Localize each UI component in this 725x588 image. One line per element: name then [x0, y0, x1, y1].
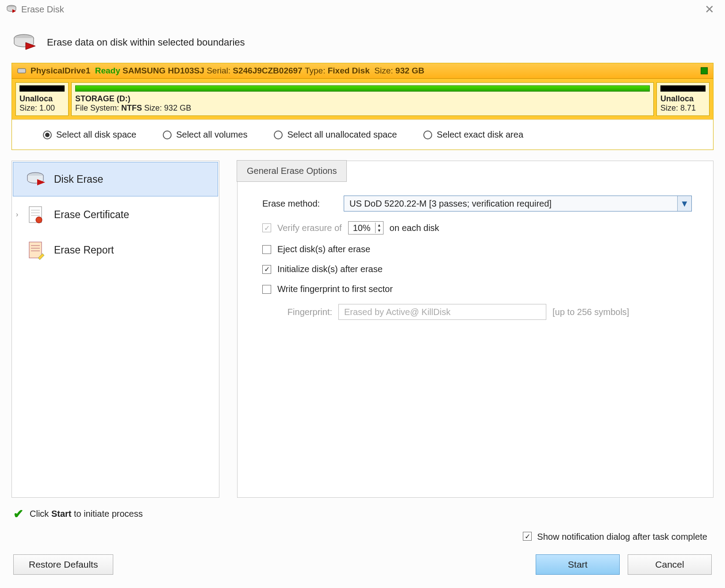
- sidebar-item-label: Disk Erase: [54, 173, 103, 185]
- serial-label: Serial:: [207, 66, 230, 76]
- partition-storage-d[interactable]: STORAGE (D:) File System: NTFS Size: 932…: [71, 82, 654, 116]
- disk-erase-large-icon: [12, 32, 37, 53]
- start-hint: ✔ Click Start to initiate process: [0, 498, 725, 530]
- radio-all-unallocated[interactable]: Select all unallocated space: [274, 130, 397, 140]
- svg-point-11: [36, 217, 42, 223]
- row-initialize: ✓ Initialize disk(s) after erase: [262, 264, 692, 274]
- erase-method-select[interactable]: US DoD 5220.22-M [3 passes; verification…: [344, 196, 692, 211]
- initialize-checkbox[interactable]: ✓: [262, 265, 271, 274]
- radio-icon: [163, 131, 172, 139]
- tab-general-erase-options[interactable]: General Erase Options: [237, 160, 347, 182]
- restore-defaults-button[interactable]: Restore Defaults: [13, 554, 113, 575]
- disk-erase-icon: [26, 169, 47, 189]
- erase-disk-dialog: Erase Disk ✕ Erase data on disk within s…: [0, 0, 725, 588]
- erase-method-value: US DoD 5220.22-M [3 passes; verification…: [344, 199, 677, 209]
- chevron-right-icon: ›: [16, 211, 18, 219]
- partition-bar: [19, 85, 65, 92]
- partition-bar: [75, 85, 650, 92]
- verify-percent-spinner[interactable]: 10% ▲▼: [348, 221, 384, 234]
- disk-icon: [17, 67, 26, 74]
- radio-all-disk-space[interactable]: Select all disk space: [43, 130, 136, 140]
- drive-size: 932 GB: [395, 66, 424, 76]
- partition-unallocated-1[interactable]: Unalloca Size: 1.00: [15, 82, 69, 116]
- partition-size: Size: 8.71: [660, 104, 706, 113]
- drive-serial: S246J9CZB02697: [233, 66, 302, 76]
- initialize-label: Initialize disk(s) after erase: [277, 264, 383, 274]
- verify-checkbox: ✓: [262, 223, 271, 232]
- drive-type: Fixed Disk: [328, 66, 370, 76]
- certificate-icon: [26, 205, 47, 224]
- eject-label: Eject disk(s) after erase: [277, 244, 370, 254]
- row-erase-method: Erase method: US DoD 5220.22-M [3 passes…: [262, 196, 692, 211]
- start-button[interactable]: Start: [536, 554, 620, 575]
- options-body: Erase method: US DoD 5220.22-M [3 passes…: [238, 161, 713, 343]
- verify-tail: on each disk: [390, 223, 439, 233]
- partition-name: Unalloca: [660, 94, 706, 104]
- notify-row: ✓ Show notification dialog after task co…: [0, 530, 725, 550]
- button-row: Restore Defaults Start Cancel: [0, 550, 725, 588]
- radio-icon: [43, 131, 52, 139]
- sidebar-item-erase-report[interactable]: Erase Report: [13, 233, 218, 267]
- titlebar: Erase Disk ✕: [0, 0, 725, 19]
- svg-rect-12: [29, 242, 42, 258]
- partition-size: Size: 1.00: [19, 104, 65, 113]
- eject-checkbox[interactable]: [262, 245, 271, 254]
- radio-icon: [423, 131, 432, 139]
- fingerprint-checkbox[interactable]: [262, 285, 271, 294]
- checkmark-icon: ✔: [13, 507, 23, 521]
- selection-mode-row: Select all disk space Select all volumes…: [12, 119, 713, 150]
- sidebar: Disk Erase › Erase Certificate Erase Rep…: [12, 161, 219, 498]
- disk-erase-icon: [6, 4, 17, 15]
- fingerprint-input[interactable]: Erased by Active@ KillDisk: [338, 304, 546, 320]
- drive-status: Ready: [95, 66, 120, 76]
- sidebar-item-label: Erase Certificate: [54, 209, 129, 221]
- sidebar-item-label: Erase Report: [54, 244, 114, 256]
- partition-bar: [660, 85, 706, 92]
- fingerprint-label: Write fingerprint to first sector: [277, 284, 393, 294]
- partition-name: STORAGE (D:): [75, 94, 650, 104]
- chevron-down-icon: ▼: [677, 196, 691, 211]
- fingerprint-hint: [up to 256 symbols]: [552, 307, 629, 317]
- subtitle-row: Erase data on disk within selected bound…: [0, 19, 725, 63]
- row-fingerprint: Write fingerprint to first sector: [262, 284, 692, 294]
- partition-details: File System: NTFS Size: 932 GB: [75, 104, 650, 113]
- fingerprint-field-label: Fingerprint:: [275, 307, 332, 317]
- partition-map: Unalloca Size: 1.00 STORAGE (D:) File Sy…: [12, 79, 713, 119]
- hint-text: Click Start to initiate process: [30, 509, 143, 519]
- drive-panel: PhysicalDrive1 Ready SAMSUNG HD103SJ Ser…: [12, 63, 713, 150]
- options-panel: General Erase Options Erase method: US D…: [237, 161, 713, 498]
- close-button[interactable]: ✕: [700, 1, 719, 18]
- drive-indicator-icon: [701, 67, 708, 74]
- radio-exact-area[interactable]: Select exact disk area: [423, 130, 523, 140]
- partition-name: Unalloca: [19, 94, 65, 104]
- drive-name: PhysicalDrive1: [31, 66, 90, 76]
- verify-percent-value: 10%: [349, 223, 375, 233]
- subtitle-text: Erase data on disk within selected bound…: [47, 37, 245, 48]
- cancel-button[interactable]: Cancel: [628, 554, 712, 575]
- partition-unallocated-2[interactable]: Unalloca Size: 8.71: [656, 82, 710, 116]
- spinner-buttons: ▲▼: [375, 223, 383, 233]
- row-eject: Eject disk(s) after erase: [262, 244, 692, 254]
- erase-method-label: Erase method:: [262, 199, 338, 209]
- row-verify-erasure: ✓ Verify erasure of 10% ▲▼ on each disk: [262, 221, 692, 234]
- mid-area: Disk Erase › Erase Certificate Erase Rep…: [0, 150, 725, 498]
- drive-header: PhysicalDrive1 Ready SAMSUNG HD103SJ Ser…: [12, 63, 713, 79]
- row-fingerprint-text: Fingerprint: Erased by Active@ KillDisk …: [275, 304, 692, 320]
- drive-model: SAMSUNG HD103SJ: [123, 66, 204, 76]
- sidebar-item-erase-certificate[interactable]: › Erase Certificate: [13, 197, 218, 232]
- size-label: Size:: [374, 66, 393, 76]
- radio-all-volumes[interactable]: Select all volumes: [163, 130, 247, 140]
- window-title: Erase Disk: [21, 4, 64, 15]
- report-icon: [26, 240, 47, 260]
- notify-label: Show notification dialog after task comp…: [537, 532, 707, 542]
- verify-label: Verify erasure of: [277, 223, 342, 233]
- notify-checkbox[interactable]: ✓: [523, 532, 532, 541]
- sidebar-item-disk-erase[interactable]: Disk Erase: [13, 162, 218, 196]
- radio-icon: [274, 131, 283, 139]
- svg-rect-4: [18, 69, 26, 73]
- type-label: Type:: [305, 66, 325, 76]
